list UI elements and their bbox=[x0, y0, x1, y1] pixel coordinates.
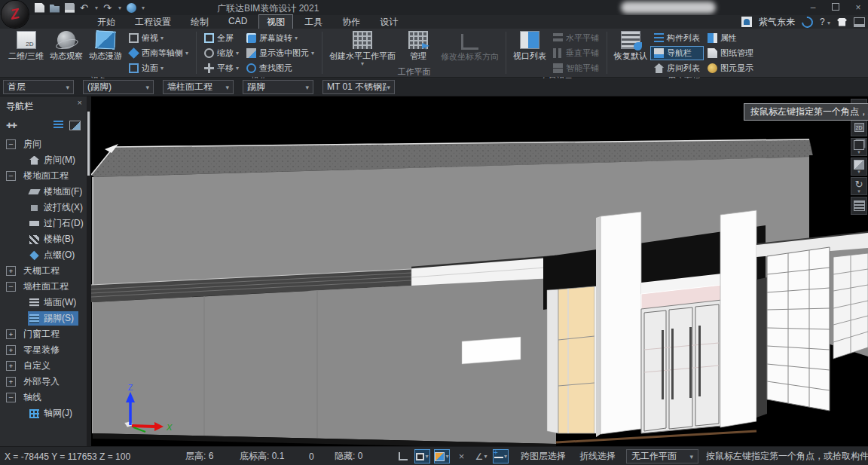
element-selector[interactable]: (踢脚)▾ bbox=[83, 80, 154, 94]
2d-view-button[interactable]: 2D bbox=[851, 118, 867, 136]
restore-default-button[interactable]: 恢复默认 bbox=[611, 29, 650, 62]
pan-button[interactable]: 平移▾ bbox=[200, 61, 243, 75]
nav-group-room-group[interactable]: –房间 bbox=[0, 136, 87, 152]
nav-item-gridnet[interactable]: 轴网(J) bbox=[0, 405, 87, 421]
screen-rotate-button[interactable]: 屏幕旋转▾ bbox=[243, 31, 318, 45]
undo-icon[interactable]: ↶ bbox=[80, 3, 90, 13]
nav-item-room[interactable]: 房间(M) bbox=[0, 152, 87, 168]
floor-selector[interactable]: 首层▾ bbox=[3, 80, 74, 94]
tab-view[interactable]: 视图 bbox=[258, 14, 293, 30]
nav-group-door-window-group[interactable]: +门窗工程 bbox=[0, 326, 87, 342]
sync-icon[interactable] bbox=[799, 14, 815, 29]
orbit-icon bbox=[57, 31, 75, 49]
sheet-manage-button[interactable]: 图纸管理 bbox=[704, 46, 757, 60]
nav-item-waveline[interactable]: 波打线(X) bbox=[0, 200, 87, 216]
maximize-button[interactable] bbox=[830, 2, 841, 13]
wireframe-view-button[interactable]: ▾ bbox=[851, 138, 867, 156]
show-selected-button[interactable]: 显示选中图元▾ bbox=[243, 46, 318, 60]
flat-3d-button[interactable]: 2D二维/三维 bbox=[5, 29, 47, 62]
minimize-button[interactable]: – bbox=[808, 2, 818, 13]
rotate-view-icon: ↻ bbox=[855, 180, 863, 189]
collapse-icon[interactable]: – bbox=[6, 139, 16, 149]
element-display-button[interactable]: 图元显示 bbox=[704, 61, 757, 75]
open-file-icon[interactable] bbox=[50, 3, 60, 13]
edge-face-button[interactable]: 边面▾ bbox=[125, 61, 192, 75]
expand-icon[interactable]: + bbox=[6, 361, 16, 371]
redo-icon[interactable]: ↷ bbox=[103, 3, 113, 13]
navigator-button[interactable]: 导航栏 bbox=[650, 46, 704, 60]
tab-start[interactable]: 开始 bbox=[89, 14, 124, 30]
collapse-icon[interactable]: – bbox=[6, 393, 16, 402]
scrollbar-thumb[interactable] bbox=[87, 112, 90, 176]
nav-group-custom-group[interactable]: +自定义 bbox=[0, 358, 87, 374]
workplane-selector[interactable]: 无工作平面▾ bbox=[626, 449, 698, 463]
room-list-button[interactable]: 房间列表 bbox=[650, 61, 704, 75]
nav-item-skirting[interactable]: 踢脚(S) bbox=[0, 311, 87, 326]
polyline-select[interactable]: 折线选择 bbox=[579, 450, 616, 463]
nav-group-misc-group[interactable]: +零星装修 bbox=[0, 342, 87, 358]
cross-filter-button[interactable]: × bbox=[454, 449, 469, 463]
tab-project-settings[interactable]: 工程设置 bbox=[127, 14, 179, 30]
nav-item-floor[interactable]: 楼地面(F) bbox=[0, 184, 87, 200]
theme-icon[interactable] bbox=[837, 18, 847, 26]
list-view-icon[interactable] bbox=[53, 121, 63, 129]
new-file-icon[interactable] bbox=[35, 3, 44, 13]
expand-icon[interactable]: + bbox=[6, 329, 16, 339]
shaded-view-button[interactable]: ▾ bbox=[851, 158, 867, 176]
nav-group-ceiling-group[interactable]: +天棚工程 bbox=[0, 263, 87, 279]
isometric-button[interactable]: 西南等轴侧▾ bbox=[125, 46, 192, 60]
tab-cad[interactable]: CAD bbox=[220, 14, 255, 30]
nav-group-floor-group[interactable]: –楼地面工程 bbox=[0, 168, 87, 184]
nav-item-ornament[interactable]: 点缀(O) bbox=[0, 247, 87, 263]
nav-group-axis-group[interactable]: –轴线 bbox=[0, 390, 87, 405]
cross-layer-select[interactable]: 跨图层选择 bbox=[521, 450, 566, 463]
grid-manage-button[interactable]: 管理 bbox=[399, 29, 438, 62]
render-icon[interactable] bbox=[127, 3, 136, 13]
angle-snap-button[interactable]: ∠▾ bbox=[473, 449, 489, 463]
properties-button[interactable]: 属性 bbox=[704, 31, 757, 45]
rotate-view-button[interactable]: ↻▾ bbox=[851, 177, 867, 195]
collapse-icon[interactable]: – bbox=[6, 171, 16, 181]
material-selector[interactable]: MT 01 不锈钢踢▾ bbox=[322, 80, 395, 94]
viewport-list-button[interactable]: 视口列表 bbox=[510, 29, 549, 62]
save-file-icon[interactable] bbox=[65, 3, 75, 13]
view-list-button[interactable] bbox=[851, 197, 867, 215]
help-button[interactable]: ? ▾ bbox=[820, 17, 830, 27]
orbit-button[interactable]: 动态观察 bbox=[47, 29, 86, 62]
thumbnail-view-icon[interactable] bbox=[69, 121, 81, 130]
pin-icon[interactable]: ✚✚ bbox=[6, 121, 16, 130]
roam-cube-button[interactable]: 动态漫游 bbox=[86, 29, 125, 62]
component-list-button[interactable]: 构件列表 bbox=[650, 31, 704, 45]
selection-window-button[interactable]: ▾ bbox=[414, 449, 430, 463]
user-avatar-icon[interactable] bbox=[741, 17, 752, 27]
close-button[interactable]: × bbox=[853, 2, 863, 13]
find-element-button[interactable]: 查找图元 bbox=[243, 61, 318, 75]
tab-draw[interactable]: 绘制 bbox=[182, 14, 217, 30]
panel-close-icon[interactable]: × bbox=[78, 98, 82, 107]
tab-tools[interactable]: 工具 bbox=[296, 14, 331, 30]
expand-icon[interactable]: + bbox=[6, 345, 16, 355]
expand-icon[interactable]: + bbox=[6, 377, 16, 387]
fullscreen-button[interactable]: 全屏 bbox=[200, 31, 243, 45]
viewport-canvas[interactable]: Z X 2D▾▾↻▾ 按鼠标左键指定第一个角点，或拾取构件图元 bbox=[91, 96, 868, 446]
grid-plane-button[interactable]: 创建水平工作平面▾ bbox=[326, 29, 399, 66]
axis-x-label: X bbox=[166, 423, 173, 432]
collapse-icon[interactable]: – bbox=[6, 282, 16, 292]
project-selector[interactable]: 墙柱面工程▾ bbox=[163, 80, 234, 94]
nav-item-wallface[interactable]: 墙面(W) bbox=[0, 295, 87, 311]
app-logo-icon[interactable]: Z bbox=[2, 1, 29, 28]
ucs-corner-button[interactable] bbox=[395, 449, 411, 463]
nav-group-wall-group[interactable]: –墙柱面工程 bbox=[0, 279, 87, 295]
nav-item-stairs[interactable]: 楼梯(B) bbox=[0, 231, 87, 247]
nav-item-doorstone[interactable]: 过门石(D) bbox=[0, 216, 87, 231]
tab-design[interactable]: 设计 bbox=[371, 14, 406, 30]
workspace-icon[interactable] bbox=[854, 17, 865, 27]
view-cube-button[interactable]: ▾ bbox=[434, 449, 450, 463]
zoom-button[interactable]: 缩放▾ bbox=[200, 46, 243, 60]
category-selector[interactable]: 踢脚▾ bbox=[243, 80, 313, 94]
top-view-button[interactable]: 俯视▾ bbox=[125, 31, 192, 45]
tab-collaborate[interactable]: 协作 bbox=[334, 14, 368, 30]
expand-icon[interactable]: + bbox=[6, 266, 16, 276]
line-snap-button[interactable]: ▾ bbox=[493, 449, 509, 463]
nav-group-import-group[interactable]: +外部导入 bbox=[0, 374, 87, 390]
